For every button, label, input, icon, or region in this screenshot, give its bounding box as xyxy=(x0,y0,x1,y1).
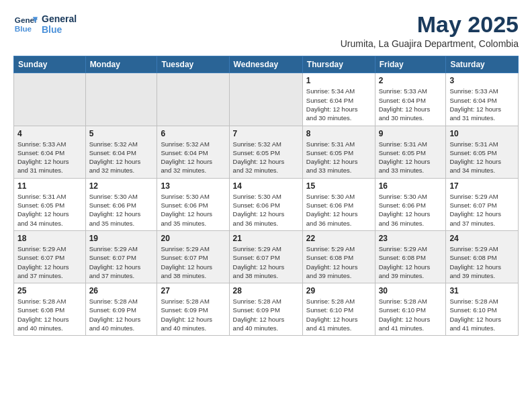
week-row-5: 25Sunrise: 5:28 AMSunset: 6:08 PMDayligh… xyxy=(14,283,519,336)
calendar: SundayMondayTuesdayWednesdayThursdayFrid… xyxy=(13,56,519,336)
day-number: 8 xyxy=(306,129,371,138)
day-info: Sunrise: 5:33 AMSunset: 6:04 PMDaylight:… xyxy=(379,87,443,122)
day-number: 28 xyxy=(233,286,299,295)
day-number: 30 xyxy=(379,286,443,295)
day-number: 14 xyxy=(233,181,299,191)
calendar-cell: 25Sunrise: 5:28 AMSunset: 6:08 PMDayligh… xyxy=(14,283,86,336)
day-info: Sunrise: 5:30 AMSunset: 6:06 PMDaylight:… xyxy=(233,192,299,228)
calendar-cell: 5Sunrise: 5:32 AMSunset: 6:04 PMDaylight… xyxy=(85,126,157,178)
header: General Blue General Blue May 2025 Urumi… xyxy=(13,12,519,49)
calendar-cell: 2Sunrise: 5:33 AMSunset: 6:04 PMDaylight… xyxy=(375,73,446,126)
day-number: 27 xyxy=(161,286,225,295)
calendar-cell: 31Sunrise: 5:28 AMSunset: 6:10 PMDayligh… xyxy=(446,283,519,336)
day-number: 3 xyxy=(449,76,515,85)
day-number: 20 xyxy=(161,234,225,243)
day-info: Sunrise: 5:28 AMSunset: 6:10 PMDaylight:… xyxy=(379,297,443,332)
calendar-cell: 11Sunrise: 5:31 AMSunset: 6:05 PMDayligh… xyxy=(14,178,86,230)
day-number: 15 xyxy=(306,181,371,191)
day-info: Sunrise: 5:28 AMSunset: 6:10 PMDaylight:… xyxy=(306,297,371,332)
calendar-cell xyxy=(14,73,86,126)
svg-text:Blue: Blue xyxy=(15,24,32,33)
day-number: 18 xyxy=(17,234,82,243)
title-area: May 2025 Urumita, La Guajira Department,… xyxy=(341,12,519,49)
day-number: 12 xyxy=(89,181,154,191)
calendar-cell: 9Sunrise: 5:31 AMSunset: 6:05 PMDaylight… xyxy=(375,126,446,178)
day-info: Sunrise: 5:31 AMSunset: 6:05 PMDaylight:… xyxy=(17,192,82,228)
day-info: Sunrise: 5:29 AMSunset: 6:07 PMDaylight:… xyxy=(233,244,299,280)
day-info: Sunrise: 5:29 AMSunset: 6:08 PMDaylight:… xyxy=(449,244,515,280)
week-row-4: 18Sunrise: 5:29 AMSunset: 6:07 PMDayligh… xyxy=(14,230,519,283)
week-row-2: 4Sunrise: 5:33 AMSunset: 6:04 PMDaylight… xyxy=(14,126,519,178)
day-number: 7 xyxy=(233,129,299,138)
day-info: Sunrise: 5:30 AMSunset: 6:06 PMDaylight:… xyxy=(306,192,371,228)
day-info: Sunrise: 5:29 AMSunset: 6:07 PMDaylight:… xyxy=(449,192,515,228)
day-info: Sunrise: 5:31 AMSunset: 6:05 PMDaylight:… xyxy=(379,140,443,175)
col-header-tuesday: Tuesday xyxy=(157,56,229,73)
day-info: Sunrise: 5:30 AMSunset: 6:06 PMDaylight:… xyxy=(379,192,443,228)
col-header-wednesday: Wednesday xyxy=(229,56,302,73)
day-info: Sunrise: 5:33 AMSunset: 6:04 PMDaylight:… xyxy=(449,87,515,122)
calendar-cell: 12Sunrise: 5:30 AMSunset: 6:06 PMDayligh… xyxy=(85,178,157,230)
day-info: Sunrise: 5:28 AMSunset: 6:10 PMDaylight:… xyxy=(449,297,515,332)
day-number: 23 xyxy=(379,234,443,243)
day-info: Sunrise: 5:29 AMSunset: 6:07 PMDaylight:… xyxy=(89,244,154,280)
day-info: Sunrise: 5:28 AMSunset: 6:08 PMDaylight:… xyxy=(17,297,82,332)
day-info: Sunrise: 5:30 AMSunset: 6:06 PMDaylight:… xyxy=(89,192,154,228)
day-number: 24 xyxy=(449,234,515,243)
calendar-cell: 28Sunrise: 5:28 AMSunset: 6:09 PMDayligh… xyxy=(229,283,302,336)
calendar-cell: 17Sunrise: 5:29 AMSunset: 6:07 PMDayligh… xyxy=(446,178,519,230)
logo-text: General Blue xyxy=(42,13,77,35)
day-info: Sunrise: 5:33 AMSunset: 6:04 PMDaylight:… xyxy=(17,140,82,175)
week-row-1: 1Sunrise: 5:34 AMSunset: 6:04 PMDaylight… xyxy=(14,73,519,126)
calendar-cell xyxy=(157,73,229,126)
day-info: Sunrise: 5:28 AMSunset: 6:09 PMDaylight:… xyxy=(233,297,299,332)
page: General Blue General Blue May 2025 Urumi… xyxy=(0,0,532,348)
calendar-cell: 16Sunrise: 5:30 AMSunset: 6:06 PMDayligh… xyxy=(375,178,446,230)
calendar-cell: 3Sunrise: 5:33 AMSunset: 6:04 PMDaylight… xyxy=(446,73,519,126)
calendar-cell xyxy=(229,73,302,126)
day-info: Sunrise: 5:31 AMSunset: 6:05 PMDaylight:… xyxy=(306,140,371,175)
day-info: Sunrise: 5:29 AMSunset: 6:07 PMDaylight:… xyxy=(161,244,225,280)
day-info: Sunrise: 5:31 AMSunset: 6:05 PMDaylight:… xyxy=(449,140,515,175)
day-info: Sunrise: 5:29 AMSunset: 6:08 PMDaylight:… xyxy=(379,244,443,280)
day-number: 10 xyxy=(449,129,515,138)
logo: General Blue General Blue xyxy=(13,12,77,36)
col-header-friday: Friday xyxy=(375,56,446,73)
subtitle: Urumita, La Guajira Department, Colombia xyxy=(341,38,519,49)
col-header-thursday: Thursday xyxy=(302,56,375,73)
logo-icon: General Blue xyxy=(13,12,38,36)
day-number: 9 xyxy=(379,129,443,138)
calendar-cell: 14Sunrise: 5:30 AMSunset: 6:06 PMDayligh… xyxy=(229,178,302,230)
calendar-cell: 24Sunrise: 5:29 AMSunset: 6:08 PMDayligh… xyxy=(446,230,519,283)
day-number: 19 xyxy=(89,234,154,243)
day-info: Sunrise: 5:30 AMSunset: 6:06 PMDaylight:… xyxy=(161,192,225,228)
day-info: Sunrise: 5:28 AMSunset: 6:09 PMDaylight:… xyxy=(161,297,225,332)
calendar-cell: 15Sunrise: 5:30 AMSunset: 6:06 PMDayligh… xyxy=(302,178,375,230)
calendar-cell: 1Sunrise: 5:34 AMSunset: 6:04 PMDaylight… xyxy=(302,73,375,126)
day-number: 2 xyxy=(379,76,443,85)
calendar-cell: 21Sunrise: 5:29 AMSunset: 6:07 PMDayligh… xyxy=(229,230,302,283)
day-number: 5 xyxy=(89,129,154,138)
calendar-cell: 18Sunrise: 5:29 AMSunset: 6:07 PMDayligh… xyxy=(14,230,86,283)
day-info: Sunrise: 5:29 AMSunset: 6:07 PMDaylight:… xyxy=(17,244,82,280)
calendar-cell: 7Sunrise: 5:32 AMSunset: 6:05 PMDaylight… xyxy=(229,126,302,178)
day-number: 22 xyxy=(306,234,371,243)
day-number: 1 xyxy=(306,76,371,85)
day-info: Sunrise: 5:32 AMSunset: 6:04 PMDaylight:… xyxy=(161,140,225,175)
day-number: 26 xyxy=(89,286,154,295)
calendar-cell: 29Sunrise: 5:28 AMSunset: 6:10 PMDayligh… xyxy=(302,283,375,336)
calendar-cell: 30Sunrise: 5:28 AMSunset: 6:10 PMDayligh… xyxy=(375,283,446,336)
day-number: 21 xyxy=(233,234,299,243)
day-number: 25 xyxy=(17,286,82,295)
day-number: 29 xyxy=(306,286,371,295)
day-info: Sunrise: 5:32 AMSunset: 6:05 PMDaylight:… xyxy=(233,140,299,175)
col-header-sunday: Sunday xyxy=(14,56,86,73)
calendar-cell: 19Sunrise: 5:29 AMSunset: 6:07 PMDayligh… xyxy=(85,230,157,283)
calendar-cell: 13Sunrise: 5:30 AMSunset: 6:06 PMDayligh… xyxy=(157,178,229,230)
calendar-cell: 23Sunrise: 5:29 AMSunset: 6:08 PMDayligh… xyxy=(375,230,446,283)
calendar-cell: 6Sunrise: 5:32 AMSunset: 6:04 PMDaylight… xyxy=(157,126,229,178)
col-header-saturday: Saturday xyxy=(446,56,519,73)
calendar-cell: 10Sunrise: 5:31 AMSunset: 6:05 PMDayligh… xyxy=(446,126,519,178)
day-info: Sunrise: 5:32 AMSunset: 6:04 PMDaylight:… xyxy=(89,140,154,175)
calendar-header-row: SundayMondayTuesdayWednesdayThursdayFrid… xyxy=(14,56,519,73)
